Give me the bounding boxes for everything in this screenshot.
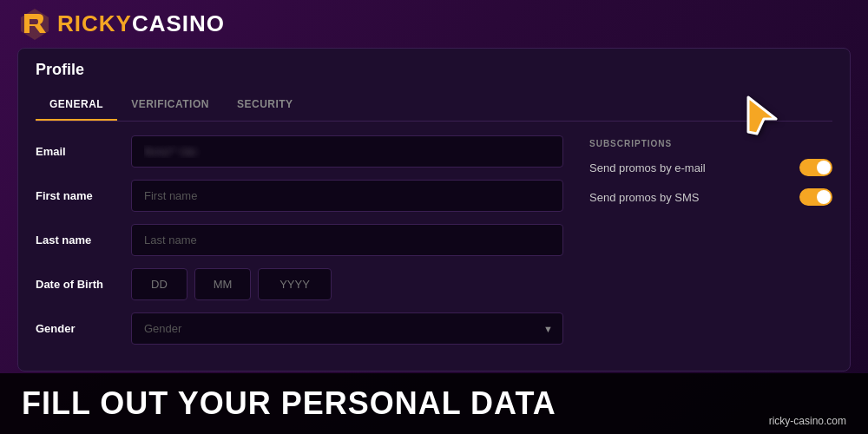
subscription-sms-label: Send promos by SMS — [589, 191, 699, 204]
tabs: GENERAL VERIFICATION SECURITY — [36, 89, 832, 122]
dob-row: Date of Birth — [36, 268, 563, 300]
form-right: SUBSCRIPTIONS Send promos by e-mail Send… — [589, 135, 832, 357]
subscription-email-row: Send promos by e-mail — [589, 159, 832, 176]
dob-yyyy-input[interactable] — [258, 268, 332, 300]
logo-text: RICKYCASINO — [57, 10, 225, 37]
tab-general[interactable]: GENERAL — [36, 89, 117, 121]
subscription-sms-row: Send promos by SMS — [589, 188, 832, 206]
subscription-email-toggle[interactable] — [799, 159, 832, 176]
gender-row: Gender Gender Male Female Other ▼ — [36, 312, 563, 345]
profile-card: Profile GENERAL VERIFICATION SECURITY Em… — [17, 48, 851, 372]
first-name-input[interactable] — [131, 180, 563, 212]
form-left: Email First name Last name Date of Birth — [36, 135, 563, 357]
bottom-banner: FILL OUT YOUR PERSONAL DATA ricky-casino… — [0, 373, 868, 434]
gender-wrapper: Gender Male Female Other ▼ — [131, 312, 563, 345]
subscription-sms-toggle[interactable] — [799, 188, 832, 206]
header: RICKYCASINO — [0, 0, 868, 48]
dob-label: Date of Birth — [36, 278, 131, 291]
first-name-row: First name — [36, 180, 563, 212]
gender-select[interactable]: Gender Male Female Other — [131, 312, 563, 345]
tab-security[interactable]: SECURITY — [223, 89, 307, 121]
form-area: Email First name Last name Date of Birth — [18, 122, 850, 371]
tab-verification[interactable]: VERIFICATION — [117, 89, 223, 121]
first-name-label: First name — [36, 189, 131, 202]
logo: RICKYCASINO — [17, 7, 225, 42]
last-name-row: Last name — [36, 224, 563, 256]
profile-title: Profile — [36, 61, 832, 79]
logo-icon — [17, 7, 52, 42]
subscription-email-label: Send promos by e-mail — [589, 161, 706, 174]
email-label: Email — [36, 145, 131, 158]
banner-text: FILL OUT YOUR PERSONAL DATA — [22, 385, 556, 422]
last-name-input[interactable] — [131, 224, 563, 256]
dob-inputs — [131, 268, 563, 300]
profile-header: Profile GENERAL VERIFICATION SECURITY — [18, 49, 850, 122]
logo-ricky: RICKY — [57, 10, 132, 36]
logo-casino: CASINO — [132, 10, 225, 36]
email-row: Email — [36, 135, 563, 168]
gender-label: Gender — [36, 322, 131, 335]
content: Profile GENERAL VERIFICATION SECURITY Em… — [0, 48, 868, 372]
last-name-label: Last name — [36, 233, 131, 247]
dob-dd-input[interactable] — [131, 268, 187, 300]
email-input[interactable] — [131, 135, 563, 168]
dob-mm-input[interactable] — [194, 268, 251, 300]
banner-url: ricky-casino.com — [769, 415, 846, 434]
subscriptions-label: SUBSCRIPTIONS — [589, 139, 832, 148]
